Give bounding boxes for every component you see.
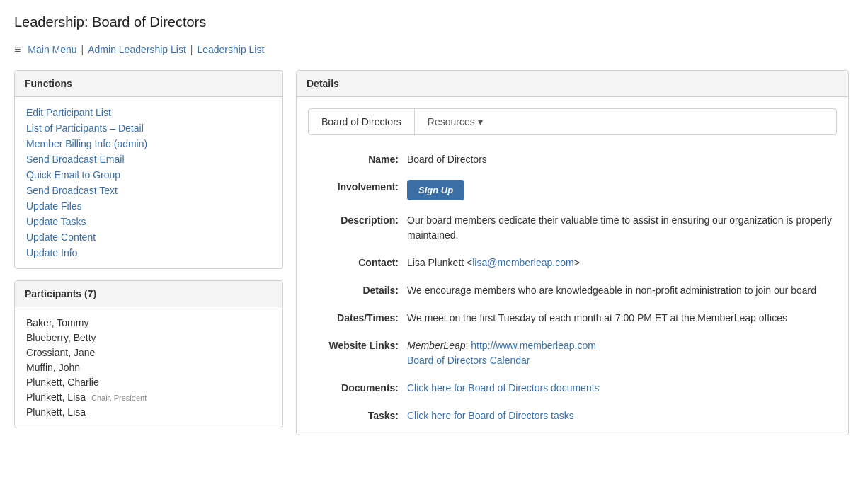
list-item: Send Broadcast Text — [26, 185, 271, 196]
edit-participant-list-link[interactable]: Edit Participant List — [26, 107, 111, 118]
member-billing-info-link[interactable]: Member Billing Info (admin) — [26, 138, 147, 149]
update-files-link[interactable]: Update Files — [26, 200, 82, 212]
dates-times-value: We meet on the first Tuesday of each mon… — [407, 311, 837, 326]
participant-name: Blueberry, Betty — [26, 332, 96, 343]
send-broadcast-text-link[interactable]: Send Broadcast Text — [26, 185, 118, 196]
participant-name: Plunkett, Lisa — [26, 406, 86, 418]
list-item: List of Participants – Detail — [26, 122, 271, 134]
details-panel-body: Board of Directors Resources ▾ Name: Boa… — [297, 97, 848, 435]
tab-board-of-directors[interactable]: Board of Directors — [309, 109, 415, 134]
participants-panel-body: Baker, Tommy Blueberry, Betty Crossiant,… — [15, 307, 282, 428]
quick-email-group-link[interactable]: Quick Email to Group — [26, 169, 120, 181]
page-title: Leadership: Board of Directors — [14, 14, 849, 30]
breadcrumb-sep-2: | — [190, 44, 193, 55]
breadcrumb-main-menu[interactable]: Main Menu — [28, 44, 76, 55]
details-value: We encourage members who are knowledgeab… — [407, 283, 837, 298]
details-grid: Name: Board of Directors Involvement: Si… — [308, 152, 837, 423]
list-item: Update Files — [26, 200, 271, 212]
send-broadcast-email-link[interactable]: Send Broadcast Email — [26, 154, 125, 165]
chevron-down-icon: ▾ — [478, 116, 483, 127]
details-label: Details: — [308, 283, 407, 296]
tab-resources[interactable]: Resources ▾ — [415, 109, 496, 134]
documents-label: Documents: — [308, 381, 407, 394]
main-layout: Functions Edit Participant List List of … — [14, 70, 849, 435]
breadcrumb-sep-1: | — [81, 44, 84, 55]
list-participants-detail-link[interactable]: List of Participants – Detail — [26, 122, 144, 134]
list-item: Blueberry, Betty — [26, 332, 271, 343]
functions-list: Edit Participant List List of Participan… — [26, 107, 271, 258]
list-item: Plunkett, Charlie — [26, 377, 271, 388]
details-panel: Details Board of Directors Resources ▾ N… — [296, 70, 849, 435]
description-label: Description: — [308, 213, 407, 226]
participant-name: Baker, Tommy — [26, 317, 88, 328]
list-item: Muffin, John — [26, 362, 271, 373]
contact-label: Contact: — [308, 256, 407, 268]
list-item: Update Content — [26, 231, 271, 243]
list-item: Baker, Tommy — [26, 317, 271, 328]
list-item: Plunkett, Lisa Chair, President — [26, 391, 271, 403]
list-item: Edit Participant List — [26, 107, 271, 118]
name-label: Name: — [308, 152, 407, 165]
breadcrumb-leadership-list[interactable]: Leadership List — [197, 44, 264, 55]
menu-icon: ≡ — [14, 43, 21, 56]
list-item: Send Broadcast Email — [26, 154, 271, 165]
participant-name: Muffin, John — [26, 362, 80, 373]
update-content-link[interactable]: Update Content — [26, 231, 96, 243]
tasks-link[interactable]: Click here for Board of Directors tasks — [407, 410, 574, 421]
functions-panel-body: Edit Participant List List of Participan… — [15, 97, 282, 268]
sign-up-button[interactable]: Sign Up — [407, 180, 464, 200]
participant-name: Plunkett, Charlie — [26, 377, 99, 388]
dates-times-label: Dates/Times: — [308, 311, 407, 323]
website-links-label: Website Links: — [308, 338, 407, 351]
contact-email-link[interactable]: lisa@memberleap.com — [472, 257, 573, 268]
documents-link[interactable]: Click here for Board of Directors docume… — [407, 382, 600, 394]
functions-panel: Functions Edit Participant List List of … — [14, 70, 283, 269]
participants-panel: Participants (7) Baker, Tommy Blueberry,… — [14, 280, 283, 428]
breadcrumb: ≡ Main Menu | Admin Leadership List | Le… — [14, 43, 849, 56]
list-item: Update Tasks — [26, 216, 271, 227]
involvement-label: Involvement: — [308, 180, 407, 193]
left-panel: Functions Edit Participant List List of … — [14, 70, 283, 428]
list-item: Member Billing Info (admin) — [26, 138, 271, 149]
contact-name: Lisa Plunkett — [407, 257, 464, 268]
website-url-link[interactable]: http://www.memberleap.com — [471, 340, 596, 351]
participants-list: Baker, Tommy Blueberry, Betty Crossiant,… — [26, 317, 271, 418]
participant-name: Plunkett, Lisa — [26, 391, 86, 403]
update-info-link[interactable]: Update Info — [26, 247, 77, 258]
tab-resources-label: Resources — [428, 116, 475, 127]
calendar-link[interactable]: Board of Directors Calendar — [407, 355, 530, 366]
list-item: Plunkett, Lisa — [26, 406, 271, 418]
participants-panel-header: Participants (7) — [15, 281, 282, 307]
tabs-bar: Board of Directors Resources ▾ — [308, 108, 837, 135]
involvement-value: Sign Up — [407, 180, 837, 200]
list-item: Crossiant, Jane — [26, 347, 271, 358]
tasks-value: Click here for Board of Directors tasks — [407, 408, 837, 423]
functions-panel-header: Functions — [15, 71, 282, 97]
tasks-label: Tasks: — [308, 408, 407, 421]
description-value: Our board members dedicate their valuabl… — [407, 213, 837, 243]
breadcrumb-admin-leadership[interactable]: Admin Leadership List — [88, 44, 186, 55]
participant-name: Crossiant, Jane — [26, 347, 95, 358]
participant-role: Chair, President — [91, 394, 147, 402]
documents-value: Click here for Board of Directors docume… — [407, 381, 837, 396]
name-value: Board of Directors — [407, 152, 837, 167]
website-site-name: MemberLeap — [407, 340, 466, 351]
update-tasks-link[interactable]: Update Tasks — [26, 216, 86, 227]
list-item: Update Info — [26, 247, 271, 258]
website-links-value: MemberLeap: http://www.memberleap.com Bo… — [407, 338, 837, 368]
list-item: Quick Email to Group — [26, 169, 271, 181]
contact-value: Lisa Plunkett <lisa@memberleap.com> — [407, 256, 837, 270]
details-panel-header: Details — [297, 71, 848, 97]
